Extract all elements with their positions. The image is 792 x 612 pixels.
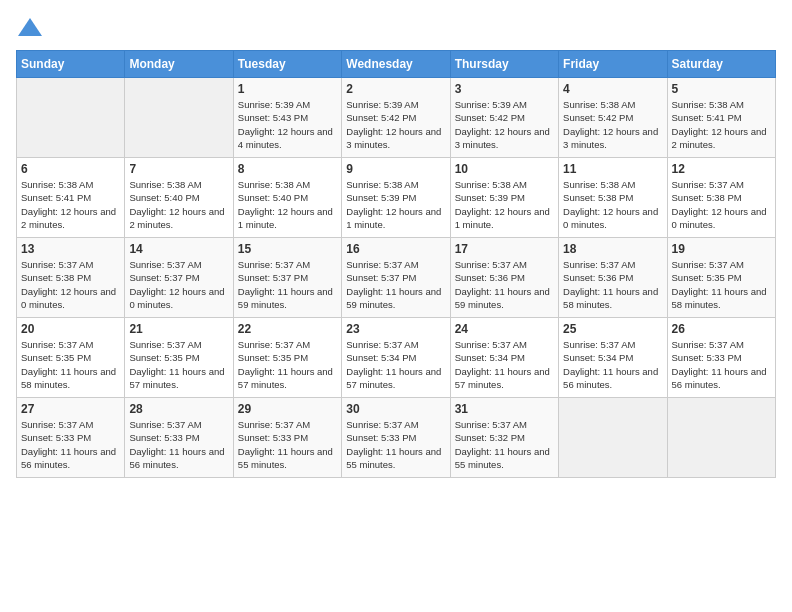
day-number: 31 [455, 402, 554, 416]
logo-icon [16, 16, 44, 40]
calendar-cell: 21Sunrise: 5:37 AM Sunset: 5:35 PM Dayli… [125, 318, 233, 398]
day-info: Sunrise: 5:37 AM Sunset: 5:33 PM Dayligh… [672, 338, 771, 391]
day-info: Sunrise: 5:39 AM Sunset: 5:42 PM Dayligh… [455, 98, 554, 151]
day-number: 2 [346, 82, 445, 96]
calendar-cell: 15Sunrise: 5:37 AM Sunset: 5:37 PM Dayli… [233, 238, 341, 318]
calendar-cell: 26Sunrise: 5:37 AM Sunset: 5:33 PM Dayli… [667, 318, 775, 398]
calendar-body: 1Sunrise: 5:39 AM Sunset: 5:43 PM Daylig… [17, 78, 776, 478]
day-number: 12 [672, 162, 771, 176]
calendar-cell: 7Sunrise: 5:38 AM Sunset: 5:40 PM Daylig… [125, 158, 233, 238]
day-info: Sunrise: 5:39 AM Sunset: 5:42 PM Dayligh… [346, 98, 445, 151]
calendar-cell [559, 398, 667, 478]
header-sunday: Sunday [17, 51, 125, 78]
day-info: Sunrise: 5:38 AM Sunset: 5:41 PM Dayligh… [672, 98, 771, 151]
day-info: Sunrise: 5:38 AM Sunset: 5:41 PM Dayligh… [21, 178, 120, 231]
calendar-cell: 2Sunrise: 5:39 AM Sunset: 5:42 PM Daylig… [342, 78, 450, 158]
day-info: Sunrise: 5:37 AM Sunset: 5:33 PM Dayligh… [129, 418, 228, 471]
page-header [16, 16, 776, 40]
day-info: Sunrise: 5:37 AM Sunset: 5:36 PM Dayligh… [563, 258, 662, 311]
day-number: 22 [238, 322, 337, 336]
day-number: 13 [21, 242, 120, 256]
day-number: 30 [346, 402, 445, 416]
day-info: Sunrise: 5:38 AM Sunset: 5:39 PM Dayligh… [455, 178, 554, 231]
calendar-cell: 18Sunrise: 5:37 AM Sunset: 5:36 PM Dayli… [559, 238, 667, 318]
day-number: 9 [346, 162, 445, 176]
day-info: Sunrise: 5:37 AM Sunset: 5:34 PM Dayligh… [455, 338, 554, 391]
day-number: 16 [346, 242, 445, 256]
calendar-cell: 28Sunrise: 5:37 AM Sunset: 5:33 PM Dayli… [125, 398, 233, 478]
day-info: Sunrise: 5:37 AM Sunset: 5:37 PM Dayligh… [129, 258, 228, 311]
day-number: 24 [455, 322, 554, 336]
calendar-cell: 31Sunrise: 5:37 AM Sunset: 5:32 PM Dayli… [450, 398, 558, 478]
day-info: Sunrise: 5:38 AM Sunset: 5:40 PM Dayligh… [238, 178, 337, 231]
day-number: 27 [21, 402, 120, 416]
calendar-cell: 13Sunrise: 5:37 AM Sunset: 5:38 PM Dayli… [17, 238, 125, 318]
header-wednesday: Wednesday [342, 51, 450, 78]
day-info: Sunrise: 5:37 AM Sunset: 5:35 PM Dayligh… [129, 338, 228, 391]
day-number: 5 [672, 82, 771, 96]
calendar-cell: 30Sunrise: 5:37 AM Sunset: 5:33 PM Dayli… [342, 398, 450, 478]
day-number: 28 [129, 402, 228, 416]
day-info: Sunrise: 5:38 AM Sunset: 5:38 PM Dayligh… [563, 178, 662, 231]
header-saturday: Saturday [667, 51, 775, 78]
calendar-cell: 1Sunrise: 5:39 AM Sunset: 5:43 PM Daylig… [233, 78, 341, 158]
day-info: Sunrise: 5:37 AM Sunset: 5:33 PM Dayligh… [346, 418, 445, 471]
calendar-cell: 4Sunrise: 5:38 AM Sunset: 5:42 PM Daylig… [559, 78, 667, 158]
day-number: 1 [238, 82, 337, 96]
day-number: 17 [455, 242, 554, 256]
header-friday: Friday [559, 51, 667, 78]
calendar-cell: 12Sunrise: 5:37 AM Sunset: 5:38 PM Dayli… [667, 158, 775, 238]
svg-marker-0 [18, 18, 42, 36]
day-info: Sunrise: 5:37 AM Sunset: 5:37 PM Dayligh… [346, 258, 445, 311]
calendar-cell [17, 78, 125, 158]
calendar-cell: 24Sunrise: 5:37 AM Sunset: 5:34 PM Dayli… [450, 318, 558, 398]
calendar-header-row: SundayMondayTuesdayWednesdayThursdayFrid… [17, 51, 776, 78]
calendar-cell [125, 78, 233, 158]
day-info: Sunrise: 5:38 AM Sunset: 5:39 PM Dayligh… [346, 178, 445, 231]
calendar-cell: 5Sunrise: 5:38 AM Sunset: 5:41 PM Daylig… [667, 78, 775, 158]
day-info: Sunrise: 5:37 AM Sunset: 5:38 PM Dayligh… [672, 178, 771, 231]
day-info: Sunrise: 5:37 AM Sunset: 5:32 PM Dayligh… [455, 418, 554, 471]
calendar-cell: 17Sunrise: 5:37 AM Sunset: 5:36 PM Dayli… [450, 238, 558, 318]
calendar-cell: 10Sunrise: 5:38 AM Sunset: 5:39 PM Dayli… [450, 158, 558, 238]
header-tuesday: Tuesday [233, 51, 341, 78]
day-info: Sunrise: 5:37 AM Sunset: 5:37 PM Dayligh… [238, 258, 337, 311]
calendar-cell: 14Sunrise: 5:37 AM Sunset: 5:37 PM Dayli… [125, 238, 233, 318]
calendar-cell [667, 398, 775, 478]
calendar-cell: 9Sunrise: 5:38 AM Sunset: 5:39 PM Daylig… [342, 158, 450, 238]
day-info: Sunrise: 5:38 AM Sunset: 5:40 PM Dayligh… [129, 178, 228, 231]
calendar-cell: 25Sunrise: 5:37 AM Sunset: 5:34 PM Dayli… [559, 318, 667, 398]
day-number: 11 [563, 162, 662, 176]
day-number: 15 [238, 242, 337, 256]
calendar-cell: 27Sunrise: 5:37 AM Sunset: 5:33 PM Dayli… [17, 398, 125, 478]
day-info: Sunrise: 5:37 AM Sunset: 5:33 PM Dayligh… [238, 418, 337, 471]
day-number: 19 [672, 242, 771, 256]
day-number: 26 [672, 322, 771, 336]
day-number: 25 [563, 322, 662, 336]
calendar-cell: 8Sunrise: 5:38 AM Sunset: 5:40 PM Daylig… [233, 158, 341, 238]
week-row-0: 1Sunrise: 5:39 AM Sunset: 5:43 PM Daylig… [17, 78, 776, 158]
calendar-cell: 6Sunrise: 5:38 AM Sunset: 5:41 PM Daylig… [17, 158, 125, 238]
calendar-cell: 22Sunrise: 5:37 AM Sunset: 5:35 PM Dayli… [233, 318, 341, 398]
day-number: 23 [346, 322, 445, 336]
calendar-cell: 11Sunrise: 5:38 AM Sunset: 5:38 PM Dayli… [559, 158, 667, 238]
day-number: 3 [455, 82, 554, 96]
day-info: Sunrise: 5:37 AM Sunset: 5:35 PM Dayligh… [238, 338, 337, 391]
day-number: 21 [129, 322, 228, 336]
week-row-1: 6Sunrise: 5:38 AM Sunset: 5:41 PM Daylig… [17, 158, 776, 238]
week-row-3: 20Sunrise: 5:37 AM Sunset: 5:35 PM Dayli… [17, 318, 776, 398]
week-row-2: 13Sunrise: 5:37 AM Sunset: 5:38 PM Dayli… [17, 238, 776, 318]
header-monday: Monday [125, 51, 233, 78]
day-number: 20 [21, 322, 120, 336]
week-row-4: 27Sunrise: 5:37 AM Sunset: 5:33 PM Dayli… [17, 398, 776, 478]
day-number: 6 [21, 162, 120, 176]
day-info: Sunrise: 5:38 AM Sunset: 5:42 PM Dayligh… [563, 98, 662, 151]
logo [16, 16, 48, 40]
day-number: 18 [563, 242, 662, 256]
day-info: Sunrise: 5:37 AM Sunset: 5:34 PM Dayligh… [346, 338, 445, 391]
day-info: Sunrise: 5:37 AM Sunset: 5:33 PM Dayligh… [21, 418, 120, 471]
calendar-table: SundayMondayTuesdayWednesdayThursdayFrid… [16, 50, 776, 478]
day-number: 8 [238, 162, 337, 176]
calendar-cell: 29Sunrise: 5:37 AM Sunset: 5:33 PM Dayli… [233, 398, 341, 478]
calendar-cell: 20Sunrise: 5:37 AM Sunset: 5:35 PM Dayli… [17, 318, 125, 398]
